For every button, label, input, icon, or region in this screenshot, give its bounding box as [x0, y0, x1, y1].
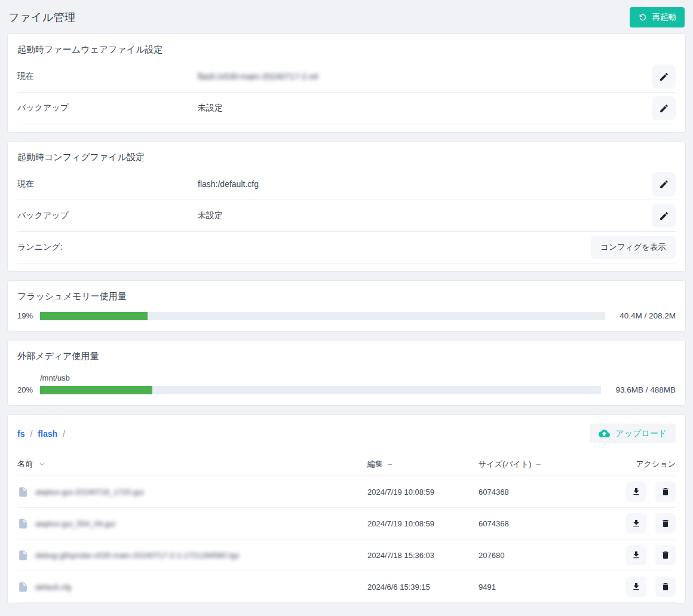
trash-icon [661, 582, 670, 592]
delete-button[interactable] [655, 545, 676, 565]
file-edited: 2024/6/6 15:39:15 [367, 583, 479, 592]
column-header-actions-label: アクション [636, 459, 676, 470]
download-button[interactable] [626, 545, 646, 565]
file-actions [618, 513, 676, 534]
firmware-backup-row: バックアップ 未設定 [17, 93, 676, 124]
file-edited: 2024/7/19 10:08:59 [367, 488, 479, 497]
trash-icon [661, 487, 670, 497]
firmware-current-edit-button[interactable] [652, 65, 676, 88]
media-usage-card: 外部メディア使用量 /mnt/usb 20% 93.6MB / 488MB [7, 340, 686, 406]
download-button[interactable] [626, 577, 646, 597]
firmware-backup-label: バックアップ [17, 103, 198, 114]
restart-icon [638, 13, 648, 22]
sort-inactive-indicator: – [536, 459, 541, 468]
download-button[interactable] [626, 482, 646, 502]
firmware-card-title: 起動時ファームウェアファイル設定 [17, 34, 676, 61]
file-size: 207680 [479, 551, 618, 560]
config-current-value: flash:/default.cfg [198, 179, 652, 189]
file-icon [17, 581, 29, 593]
table-row: default.cfg 2024/6/6 15:39:15 9491 [17, 571, 676, 603]
config-card-title: 起動時コンフィグファイル設定 [17, 142, 676, 168]
pencil-icon [659, 72, 669, 82]
delete-button[interactable] [655, 513, 676, 534]
flash-usage-row: 19% 40.4M / 208.2M [17, 308, 676, 331]
download-icon [631, 582, 641, 592]
file-icon [17, 518, 29, 529]
file-edited: 2024/7/19 10:08:59 [367, 519, 479, 528]
firmware-backup-value: 未設定 [198, 103, 652, 114]
breadcrumb-flash-link[interactable]: flash [38, 429, 57, 439]
file-size: 9491 [479, 583, 618, 592]
column-header-name[interactable]: 名前 [17, 459, 367, 470]
upload-button[interactable]: アップロード [590, 424, 676, 443]
flash-usage-title: フラッシュメモリー使用量 [17, 281, 676, 308]
file-actions [618, 482, 676, 502]
column-header-actions: アクション [618, 459, 676, 470]
restart-button-label: 再起動 [652, 12, 677, 23]
config-current-row: 現在 flash:/default.cfg [17, 168, 676, 200]
table-row: awplus-gui-20240716_1720.gui 2024/7/19 1… [17, 476, 676, 508]
column-header-name-label: 名前 [17, 459, 33, 470]
files-table: 名前 編集 – サイズ(バイト) – アクション [17, 452, 676, 603]
download-button[interactable] [626, 513, 646, 534]
sort-inactive-indicator: – [388, 459, 392, 468]
table-row: awplus-gui_554_04.gui 2024/7/19 10:08:59… [17, 508, 676, 540]
column-header-size[interactable]: サイズ(バイト) – [479, 459, 618, 470]
config-current-label: 現在 [17, 179, 198, 189]
column-header-edited[interactable]: 編集 – [367, 459, 479, 470]
files-table-header: 名前 編集 – サイズ(バイト) – アクション [17, 452, 676, 476]
pencil-icon [659, 103, 669, 114]
breadcrumb: fs / flash / [17, 429, 65, 439]
show-config-button[interactable]: コンフィグを表示 [591, 236, 676, 259]
file-actions [618, 545, 676, 565]
files-toolbar: fs / flash / アップロード [17, 415, 676, 452]
file-name: default.cfg [35, 583, 71, 592]
media-usage-progress-fill [40, 386, 152, 394]
media-mount-label: /mnt/usb [40, 373, 676, 382]
file-name: awplus-gui-20240716_1720.gui [35, 488, 143, 497]
file-name-cell: default.cfg [17, 581, 367, 593]
flash-usage-percent: 19% [17, 311, 40, 320]
breadcrumb-fs-link[interactable]: fs [17, 429, 24, 439]
table-row: debug-gifsprobe-x530-main-20240717-2-1-1… [17, 540, 676, 571]
delete-button[interactable] [655, 482, 676, 502]
flash-usage-card: フラッシュメモリー使用量 19% 40.4M / 208.2M [7, 280, 686, 332]
firmware-current-label: 現在 [17, 71, 198, 82]
firmware-current-value: flash:/x530-main-20240717-2.rel [198, 72, 652, 81]
file-edited: 2024/7/18 15:36:03 [367, 551, 479, 560]
file-icon [17, 550, 29, 561]
page-title: ファイル管理 [8, 10, 76, 24]
config-backup-value: 未設定 [198, 210, 652, 221]
media-usage-title: 外部メディア使用量 [17, 341, 676, 367]
trash-icon [661, 519, 670, 528]
firmware-current-row: 現在 flash:/x530-main-20240717-2.rel [17, 61, 676, 93]
delete-button[interactable] [655, 577, 676, 597]
pencil-icon [659, 179, 669, 189]
file-icon [17, 486, 29, 498]
config-running-row: ランニング: コンフィグを表示 [17, 232, 676, 263]
download-icon [631, 519, 641, 528]
file-name: awplus-gui_554_04.gui [35, 519, 115, 528]
config-backup-row: バックアップ 未設定 [17, 200, 676, 232]
restart-button[interactable]: 再起動 [630, 7, 685, 27]
config-current-edit-button[interactable] [652, 172, 676, 196]
config-settings-card: 起動時コンフィグファイル設定 現在 flash:/default.cfg バック… [7, 141, 686, 272]
firmware-settings-card: 起動時ファームウェアファイル設定 現在 flash:/x530-main-202… [7, 33, 686, 133]
file-size: 6074368 [479, 488, 618, 497]
page-header: ファイル管理 再起動 [0, 0, 693, 33]
file-name: debug-gifsprobe-x530-main-20240717-2-1-1… [35, 551, 240, 560]
firmware-backup-edit-button[interactable] [652, 96, 676, 120]
chevron-down-icon [38, 460, 46, 468]
flash-usage-progress-fill [40, 312, 148, 320]
cloud-upload-icon [599, 428, 610, 439]
column-header-size-label: サイズ(バイト) [479, 459, 532, 470]
breadcrumb-separator: / [30, 429, 32, 439]
pencil-icon [659, 211, 669, 221]
media-usage-progressbar [40, 386, 601, 394]
file-name-cell: awplus-gui-20240716_1720.gui [17, 486, 367, 498]
file-name-cell: awplus-gui_554_04.gui [17, 518, 367, 529]
config-backup-edit-button[interactable] [652, 204, 676, 228]
media-usage-detail: 93.6MB / 488MB [615, 385, 676, 394]
download-icon [631, 487, 641, 497]
download-icon [631, 550, 641, 560]
